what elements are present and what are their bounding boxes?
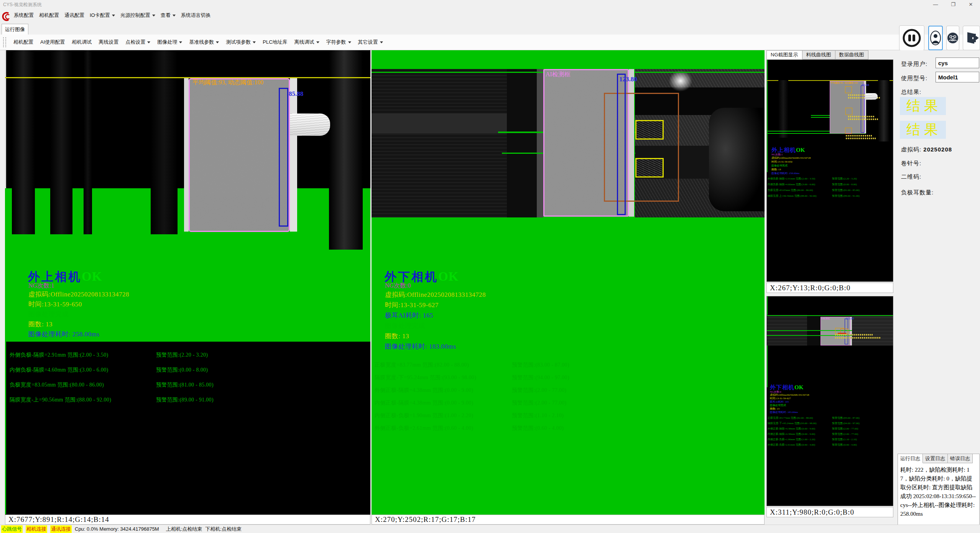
menu-item[interactable]: IO卡配置: [87, 11, 117, 20]
mini-camera-name: 外上相机: [771, 147, 796, 153]
toolbar-item-label: 相机配置: [13, 39, 33, 46]
toolbar-item[interactable]: 点检设置: [123, 38, 153, 47]
toolbar-grip[interactable]: [3, 37, 6, 47]
mini-info-line: 虚拟码:Offline20250208133134728: [771, 156, 811, 160]
mini-annotation-marks: [846, 135, 873, 137]
login-user-field[interactable]: cys: [936, 58, 979, 68]
virtual-code-row: 虚拟码: 20250208: [901, 146, 952, 153]
model-field[interactable]: Model1: [936, 72, 979, 82]
mini-machine-band: [852, 315, 893, 345]
specular-highlight: [669, 70, 692, 92]
measurement-text: 隔膜宽度-上=90.56mm 范围:(88.00 - 92.00): [10, 397, 111, 403]
tab-count-label: 负极耳数量:: [901, 189, 934, 196]
mini-measurement-list: 正极宽度=83.77mm 范围:(82.00 - 88.00) 预警范围:(83…: [768, 416, 893, 448]
ng-view-tab[interactable]: 料线曲线图: [802, 50, 835, 59]
mini-measurement-warn: 预警范围:(0.00 - 8.00): [832, 183, 857, 186]
toolbar-item[interactable]: 基准线参数: [186, 38, 222, 47]
menu-item-label: 通讯配置: [64, 12, 84, 19]
info-line-text: 图像处理完成: [28, 311, 69, 318]
measurement-text: 正极宽度=83.77mm 范围:(82.00 - 88.00): [375, 362, 469, 368]
virtual-code-label: 虚拟码:: [901, 146, 921, 153]
green-reference-vline: [767, 357, 768, 387]
toolbar-item[interactable]: 离线设置: [96, 38, 121, 47]
toolbar-item[interactable]: 相机调试: [69, 38, 94, 47]
menu-item[interactable]: 光源控制配置: [118, 11, 158, 20]
mini-info-text: 时间:13-31-59-650: [771, 160, 792, 163]
measurement-warn: 预警范围:(89.00 - 91.00): [156, 396, 214, 403]
mini-measurement-warn: 预警范围:(1.10 - 2.10): [832, 438, 857, 441]
ng-view-tab[interactable]: 数据曲线图: [835, 50, 868, 59]
mini-measurement-text: 负极宽度=83.05mm 范围:(80.00 - 86.00): [768, 189, 813, 192]
maximize-button[interactable]: ❐: [945, 0, 961, 8]
separator-strip: [850, 317, 852, 345]
ng-view-tab[interactable]: NG截图显示: [766, 50, 802, 59]
gap-value-text: 123.80: [619, 76, 637, 83]
toolbar-item[interactable]: 测试项参数: [223, 38, 258, 47]
mini-measurement-row: 负极宽度=83.05mm 范围:(80.00 - 86.00) 预警范围:(81…: [768, 188, 893, 192]
toolbar-item-label: 离线设置: [99, 39, 118, 46]
toolbar-item[interactable]: 离线调试: [292, 38, 322, 47]
lower-camera-view[interactable]: AI检测框 123.80 外下相机OK NG次数:0 虚拟码:Offline20…: [372, 50, 765, 515]
menu-item-label: 系统配置: [14, 12, 34, 19]
mini-measurement-row: 内侧正极-隔膜=4.38mm 范围:(0.00 - 9.00) 预警范围:(2.…: [768, 432, 893, 436]
menu-item[interactable]: 系统语言切换: [179, 11, 213, 20]
toolbar-item[interactable]: AI使用配置: [38, 38, 67, 47]
mini-measurement-text: 隔膜宽度-上=90.56mm 范围:(88.00 - 92.00): [768, 194, 817, 197]
measurement-text: 外侧负极-隔膜=2.91mm 范围:(2.00 - 3.50): [10, 352, 109, 358]
info-line-text: 图像处理耗时: 258.00ms: [28, 331, 100, 338]
menu-item[interactable]: 相机配置: [37, 11, 61, 20]
ng-snapshot-upper[interactable]: 平均阈值:93, 动态阈值:100 85.88 外上相机OK NG次数:1 虚拟…: [766, 59, 893, 282]
mini-measurement-text: 内侧正极-隔膜=4.38mm 范围:(0.00 - 9.00): [768, 433, 815, 436]
ai-box-label: AI检测框: [546, 71, 571, 79]
green-reference-vline: [767, 60, 768, 117]
menu-item[interactable]: 查看: [158, 11, 178, 20]
log-tab[interactable]: 错误日志: [948, 454, 973, 463]
menu-item-label: 相机配置: [39, 12, 59, 19]
menu-item[interactable]: 系统配置: [12, 11, 36, 20]
winder-label: 卷针号:: [901, 160, 921, 167]
measurement-warn: 预警范围:(2.00 - 77.00): [512, 387, 567, 394]
left-coord-bar: X:7677;Y:891;R:14;G:14;B:14: [5, 515, 370, 525]
toolbar-item[interactable]: 字符参数: [324, 38, 354, 47]
user-management-button[interactable]: [946, 26, 959, 50]
log-tab[interactable]: 运行日志: [898, 454, 923, 463]
pause-button[interactable]: [899, 25, 924, 51]
mini-info-text: 时间:13-31-59-627: [770, 397, 791, 400]
current-user-button[interactable]: [928, 26, 943, 50]
log-tab[interactable]: 设置日志: [923, 454, 948, 463]
toolbar-item[interactable]: 相机配置: [11, 38, 36, 47]
log-text[interactable]: 耗时: 222，缺陷检测耗时: 17，缺陷分类耗时: 0，缺陷提取分区耗时: 直…: [898, 463, 979, 518]
tab-run-image[interactable]: 运行图像: [2, 24, 28, 35]
ng-snapshot-lower[interactable]: 123.80 AI检测框 外下相机OK NG次数:0 虚拟码:Offline20…: [766, 296, 893, 506]
minimize-button[interactable]: —: [928, 0, 943, 8]
log-panel: 运行日志设置日志错误日志 耗时: 222，缺陷检测耗时: 17，缺陷分类耗时: …: [898, 454, 980, 533]
toolbar-item[interactable]: 图像处理: [155, 38, 185, 47]
toolbar-items: 相机配置 AI使用配置 相机调试 离线设置 点检设置 图像处理 基准线参数: [6, 38, 386, 47]
menu-items: 系统配置 相机配置 通讯配置 IO卡配置 光源控制配置 查看 系统语言切换: [0, 11, 213, 20]
mini-measurement-row: 隔膜宽度-下=95.24mm 范围:(93.00 - 98.00) 预警范围:(…: [768, 421, 893, 425]
measurement-warn: 预警范围:(2.20 - 3.20): [156, 352, 208, 359]
toolbar-item[interactable]: PLC地址库: [260, 38, 290, 47]
mini-red-line: [838, 333, 846, 334]
film-edge-line: [5, 50, 6, 188]
right-camera-info-lines: 虚拟码:Offline20250208133134728时间:13-31-59-…: [385, 290, 486, 352]
ng-view-tab-label: 料线曲线图: [806, 51, 831, 58]
green-top-line: [767, 315, 893, 316]
users-icon: [947, 32, 959, 44]
close-button[interactable]: ✕: [963, 0, 978, 8]
measurement-warn: 预警范围:(0.60 - 4.00): [512, 425, 564, 432]
menu-item[interactable]: 通讯配置: [62, 11, 87, 20]
virtual-code-value: 20250208: [923, 146, 952, 153]
measurement-warn: 预警范围:(2.00 - 77.00): [512, 400, 567, 406]
measurement-row: 外侧正极-负极=2.61mm 范围:(0.60 - 4.00) 预警范围:(0.…: [375, 425, 750, 432]
measurement-warn: 预警范围:(94.00 - 97.00): [512, 374, 569, 381]
mini-measurement-row: 正极宽度=83.77mm 范围:(82.00 - 88.00) 预警范围:(83…: [768, 416, 893, 420]
info-line: 圈数: 13: [28, 319, 129, 329]
ai-detect-box: [189, 78, 290, 232]
left-camera-view[interactable]: 平均阈值:93, 动态阈值:100 85.88 外上相机OK NG次数:1 虚拟…: [5, 50, 370, 515]
toolbar-item-label: 图像处理: [157, 39, 177, 46]
exit-button[interactable]: [963, 26, 980, 50]
camera-connection-status: 相机连接: [26, 525, 47, 533]
toolbar-item[interactable]: 其它设置: [355, 38, 386, 47]
mini-measurement-warn: 预警范围:(2.00 - 77.00): [832, 432, 858, 436]
